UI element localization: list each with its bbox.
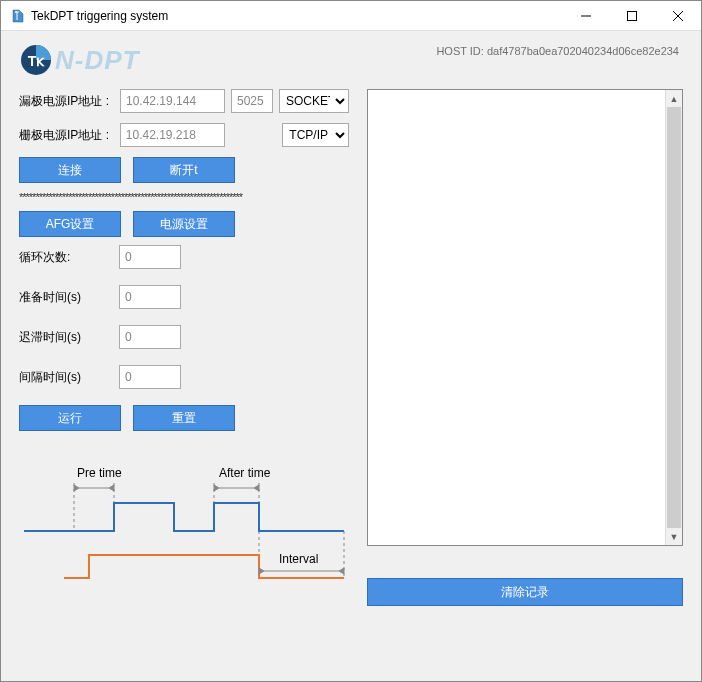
timing-diagram: Pre time After time Interval [19, 463, 349, 603]
divider: ****************************************… [19, 191, 349, 203]
maximize-icon [627, 11, 637, 21]
logo-text: N-DPT [55, 45, 139, 76]
gate-ip-label: 栅极电源IP地址 : [19, 127, 114, 144]
drain-ip-label: 漏极电源IP地址 : [19, 93, 114, 110]
drain-port-input[interactable] [231, 89, 273, 113]
scroll-up-arrow-icon[interactable]: ▲ [666, 90, 682, 107]
clear-log-button[interactable]: 清除记录 [367, 578, 683, 606]
afg-settings-button[interactable]: AFG设置 [19, 211, 121, 237]
svg-rect-1 [628, 11, 637, 20]
prep-time-input[interactable] [119, 285, 181, 309]
svg-text:Tᴋ: Tᴋ [28, 53, 46, 69]
drain-ip-input[interactable] [120, 89, 225, 113]
run-button[interactable]: 运行 [19, 405, 121, 431]
window-titlebar: TekDPT triggering system [1, 1, 701, 31]
hysteresis-time-label: 迟滞时间(s) [19, 329, 119, 346]
gate-ip-input[interactable] [120, 123, 225, 147]
connect-button[interactable]: 连接 [19, 157, 121, 183]
power-settings-button[interactable]: 电源设置 [133, 211, 235, 237]
maximize-button[interactable] [609, 1, 655, 30]
close-icon [673, 11, 683, 21]
close-button[interactable] [655, 1, 701, 30]
scroll-thumb[interactable] [667, 107, 681, 528]
gate-proto-select[interactable]: TCP/IP [282, 123, 349, 147]
disconnect-button[interactable]: 断开t [133, 157, 235, 183]
hysteresis-time-input[interactable] [119, 325, 181, 349]
reset-button[interactable]: 重置 [133, 405, 235, 431]
drain-proto-select[interactable]: SOCKET [279, 89, 349, 113]
interval-time-label: 间隔时间(s) [19, 369, 119, 386]
app-icon [9, 8, 25, 24]
loop-count-input[interactable] [119, 245, 181, 269]
logo-icon: Tᴋ [19, 43, 53, 77]
log-output[interactable]: ▲ ▼ [367, 89, 683, 546]
minimize-button[interactable] [563, 1, 609, 30]
loop-count-label: 循环次数: [19, 249, 119, 266]
prep-time-label: 准备时间(s) [19, 289, 119, 306]
scroll-down-arrow-icon[interactable]: ▼ [666, 528, 682, 545]
host-id-label: HOST ID: daf4787ba0ea702040234d06ce82e23… [436, 45, 679, 57]
interval-time-input[interactable] [119, 365, 181, 389]
window-title: TekDPT triggering system [31, 9, 563, 23]
log-scrollbar[interactable]: ▲ ▼ [665, 90, 682, 545]
after-time-label: After time [219, 466, 271, 480]
interval-label: Interval [279, 552, 318, 566]
minimize-icon [581, 11, 591, 21]
pre-time-label: Pre time [77, 466, 122, 480]
